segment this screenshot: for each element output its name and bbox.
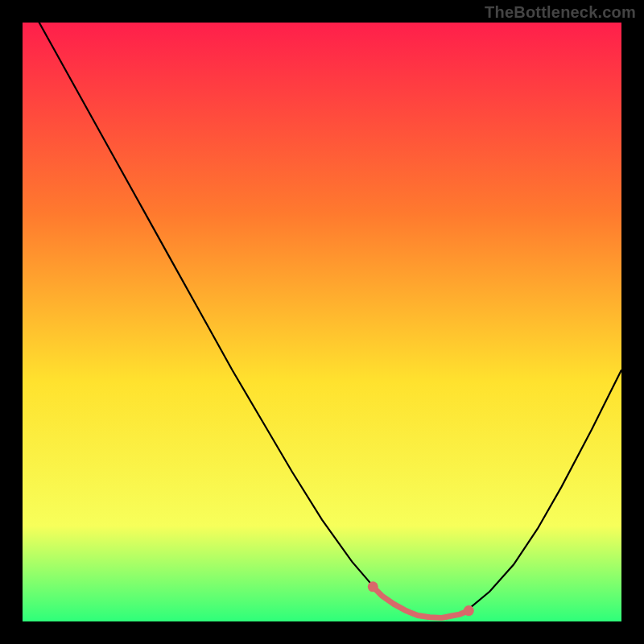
accent-endpoint-dot (464, 605, 474, 616)
watermark-label: TheBottleneck.com (485, 3, 636, 22)
bottleneck-chart (23, 23, 621, 621)
chart-frame: TheBottleneck.com (0, 0, 644, 644)
gradient-background (23, 23, 621, 621)
accent-endpoint-dot (368, 581, 378, 592)
